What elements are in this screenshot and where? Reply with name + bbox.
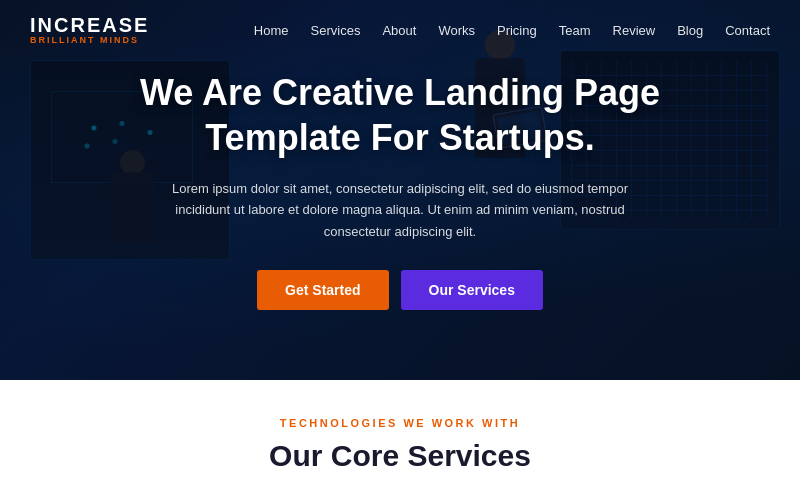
hero-title: We Are Creative Landing Page Template Fo… [130, 70, 670, 160]
nav-item-team[interactable]: Team [559, 21, 591, 39]
navbar: INCREASE BRILLIANT MINDS Home Services A… [0, 0, 800, 60]
nav-link-review[interactable]: Review [613, 23, 656, 38]
nav-item-pricing[interactable]: Pricing [497, 21, 537, 39]
logo: INCREASE BRILLIANT MINDS [30, 15, 149, 45]
nav-link-about[interactable]: About [382, 23, 416, 38]
services-title: Our Core Services [269, 439, 531, 473]
logo-subtitle: BRILLIANT MINDS [30, 35, 149, 45]
get-started-button[interactable]: Get Started [257, 270, 388, 310]
hero-description: Lorem ipsum dolor sit amet, consectetur … [160, 178, 640, 242]
services-section: TECHNOLOGIES WE WORK WITH Our Core Servi… [0, 380, 800, 500]
nav-link-pricing[interactable]: Pricing [497, 23, 537, 38]
our-services-button[interactable]: Our Services [401, 270, 543, 310]
nav-item-home[interactable]: Home [254, 21, 289, 39]
nav-link-contact[interactable]: Contact [725, 23, 770, 38]
hero-content: We Are Creative Landing Page Template Fo… [110, 70, 690, 310]
nav-item-contact[interactable]: Contact [725, 21, 770, 39]
nav-link-services[interactable]: Services [311, 23, 361, 38]
hero-section: INCREASE BRILLIANT MINDS Home Services A… [0, 0, 800, 380]
nav-link-team[interactable]: Team [559, 23, 591, 38]
nav-item-services[interactable]: Services [311, 21, 361, 39]
nav-item-blog[interactable]: Blog [677, 21, 703, 39]
nav-link-works[interactable]: Works [438, 23, 475, 38]
nav-link-blog[interactable]: Blog [677, 23, 703, 38]
nav-link-home[interactable]: Home [254, 23, 289, 38]
services-subtitle: TECHNOLOGIES WE WORK WITH [280, 417, 520, 429]
nav-links: Home Services About Works Pricing Team R… [254, 21, 770, 39]
nav-item-about[interactable]: About [382, 21, 416, 39]
hero-buttons: Get Started Our Services [130, 270, 670, 310]
logo-title: INCREASE [30, 15, 149, 35]
nav-item-review[interactable]: Review [613, 21, 656, 39]
nav-item-works[interactable]: Works [438, 21, 475, 39]
